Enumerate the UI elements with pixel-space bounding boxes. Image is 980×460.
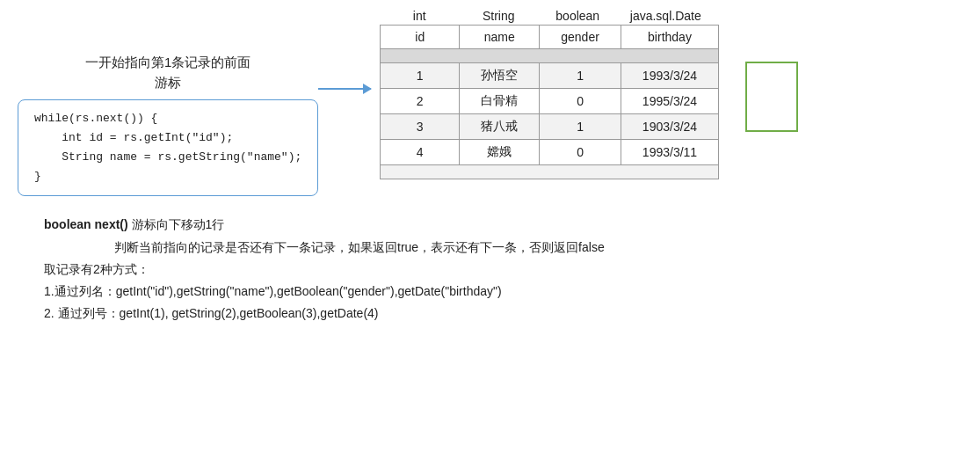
bottom-line1: boolean next() 游标向下移动1行 bbox=[44, 214, 962, 236]
arrow-line bbox=[318, 88, 371, 90]
table-cell: 嫦娥 bbox=[460, 140, 540, 165]
type-boolean: boolean bbox=[538, 9, 617, 23]
page: 一开始指向第1条记录的前面 游标 while(rs.next()) { int … bbox=[0, 0, 980, 460]
table-cell: 0 bbox=[540, 140, 621, 165]
gray-top-row bbox=[381, 49, 719, 63]
table-row: 2白骨精01995/3/24 bbox=[381, 89, 719, 114]
table-cell: 白骨精 bbox=[460, 89, 540, 114]
table-row: 1孙悟空11993/3/24 bbox=[381, 63, 719, 89]
bottom-line4: 1.通过列名：getInt("id"),getString("name"),ge… bbox=[44, 281, 962, 303]
table-cell: 0 bbox=[540, 89, 621, 114]
code-box: while(rs.next()) { int id = rs.getInt("i… bbox=[18, 99, 318, 196]
type-int: int bbox=[380, 9, 459, 23]
table-cell: 4 bbox=[381, 140, 460, 165]
col-id: id bbox=[381, 26, 460, 49]
table-cell: 3 bbox=[381, 114, 460, 140]
type-string: String bbox=[459, 9, 538, 23]
bottom-section: boolean next() 游标向下移动1行 判断当前指向的记录是否还有下一条… bbox=[18, 214, 962, 325]
bottom-line1-rest: 游标向下移动1行 bbox=[132, 217, 225, 231]
col-name: name bbox=[460, 26, 540, 49]
table-cell: 1 bbox=[540, 114, 621, 140]
top-section: 一开始指向第1条记录的前面 游标 while(rs.next()) { int … bbox=[18, 9, 962, 196]
table-section: int String boolean java.sql.Date id name… bbox=[380, 9, 719, 179]
cursor-label: 一开始指向第1条记录的前面 游标 bbox=[85, 53, 250, 92]
bottom-line1-bold: boolean next() bbox=[44, 217, 132, 231]
gray-bottom-row bbox=[381, 165, 719, 179]
table-cell: 1 bbox=[381, 63, 460, 89]
label-line1: 一开始指向第1条记录的前面 bbox=[85, 55, 250, 69]
type-date: java.sql.Date bbox=[617, 9, 714, 23]
code-section: 一开始指向第1条记录的前面 游标 while(rs.next()) { int … bbox=[18, 53, 318, 196]
label-line2: 游标 bbox=[155, 75, 181, 90]
table-cell: 1903/3/24 bbox=[621, 114, 718, 140]
table-cell: 1995/3/24 bbox=[621, 89, 718, 114]
type-headers-row: int String boolean java.sql.Date bbox=[380, 9, 719, 23]
table-cell: 孙悟空 bbox=[460, 63, 540, 89]
table-cell: 1993/3/24 bbox=[621, 63, 718, 89]
bottom-line3: 取记录有2种方式： bbox=[44, 259, 962, 281]
col-gender: gender bbox=[540, 26, 621, 49]
bottom-line5: 2. 通过列号：getInt(1), getString(2),getBoole… bbox=[44, 303, 962, 325]
table-cell: 猪八戒 bbox=[460, 114, 540, 140]
col-birthday: birthday bbox=[621, 26, 718, 49]
bottom-line2: 判断当前指向的记录是否还有下一条记录，如果返回true，表示还有下一条，否则返回… bbox=[44, 237, 962, 259]
table-cell: 2 bbox=[381, 89, 460, 114]
table-cell: 1 bbox=[540, 63, 621, 89]
data-table: id name gender birthday 1孙悟空11993/3/242白… bbox=[380, 25, 719, 179]
table-row: 4嫦娥01993/3/11 bbox=[381, 140, 719, 165]
table-cell: 1993/3/11 bbox=[621, 140, 718, 165]
arrow bbox=[318, 88, 371, 90]
right-green-box bbox=[745, 62, 798, 132]
table-row: 3猪八戒11903/3/24 bbox=[381, 114, 719, 140]
